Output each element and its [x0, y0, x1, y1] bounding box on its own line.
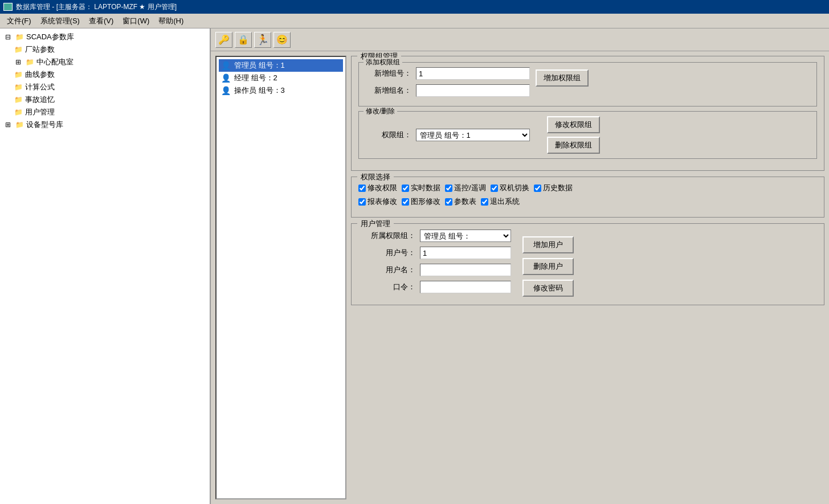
- perm-group-user-row: 所属权限组： 管理员 组号： 经理 组号： 操作员 组号：: [358, 230, 511, 242]
- perm-exit: 退出系统: [481, 196, 520, 207]
- perm-dual-checkbox[interactable]: [491, 185, 498, 192]
- main-container: ⊟ 📁 SCADA参数库 📁 厂站参数 ⊞ 📁 中心配电室 📁 曲线参数 📁 计…: [0, 28, 829, 504]
- perm-param-checkbox[interactable]: [445, 198, 452, 206]
- menu-window[interactable]: 窗口(W): [118, 15, 154, 27]
- perm-realtime-checkbox[interactable]: [402, 185, 409, 192]
- password-label: 口令：: [358, 282, 415, 292]
- user-icon-admin: 👤: [221, 61, 231, 70]
- edit-perm-group-button[interactable]: 修改权限组: [547, 116, 600, 133]
- tree-item-curve[interactable]: 📁 曲线参数: [2, 68, 207, 81]
- person-button[interactable]: 🏃: [254, 32, 271, 48]
- folder-icon-station: 📁: [14, 45, 23, 54]
- folder-icon-accident: 📁: [14, 95, 23, 104]
- delete-user-button[interactable]: 删除用户: [522, 258, 574, 275]
- perm-graph: 图形修改: [402, 196, 440, 207]
- form-panel: 权限组管理 添加权限组 新增组号： 新增组名：: [351, 56, 824, 499]
- tree-item-accident[interactable]: 📁 事故追忆: [2, 93, 207, 106]
- perm-group-select-row: 权限组： 管理员 组号：1 经理 组号：2 操作员 组号：3: [366, 129, 530, 141]
- user-list-item-manager[interactable]: 👤 经理 组号：2: [219, 72, 343, 84]
- expand-icon-equipment: ⊞: [3, 120, 13, 129]
- user-label-operator: 操作员 组号：3: [234, 85, 285, 96]
- delete-perm-group-button[interactable]: 删除权限组: [547, 137, 600, 154]
- expand-icon-switch: ⊞: [14, 58, 23, 67]
- user-id-label: 用户号：: [358, 248, 415, 258]
- perm-row-2: 报表修改 图形修改 参数表 退出系统: [358, 196, 817, 207]
- user-id-input[interactable]: [420, 247, 511, 259]
- perm-history-checkbox[interactable]: [534, 185, 541, 192]
- tree-label-station: 厂站参数: [25, 44, 55, 55]
- smiley-button[interactable]: 😊: [273, 32, 291, 48]
- perm-remote-checkbox[interactable]: [445, 185, 452, 192]
- toolbar: 🔑 🔒 🏃 😊: [211, 28, 829, 51]
- user-list-panel: 👤 管理员 组号：1 👤 经理 组号：2 👤 操作员 组号：3: [215, 56, 346, 499]
- perm-param: 参数表: [445, 196, 476, 207]
- password-input[interactable]: [420, 281, 511, 293]
- menu-help[interactable]: 帮助(H): [154, 15, 188, 27]
- perm-choice-box: 权限选择 修改权限 实时数据 遥控/遥调: [351, 177, 824, 218]
- tree-item-equipment[interactable]: ⊞ 📁 设备型号库: [2, 118, 207, 131]
- tree-label-formula: 计算公式: [25, 82, 55, 92]
- tree-item-usermgmt[interactable]: 📁 用户管理: [2, 106, 207, 118]
- add-perm-group-button[interactable]: 增加权限组: [536, 69, 589, 87]
- perm-group-user-select[interactable]: 管理员 组号： 经理 组号： 操作员 组号：: [420, 230, 511, 242]
- perm-modify-label: 修改权限: [367, 183, 397, 193]
- user-id-row: 用户号：: [358, 247, 511, 259]
- perm-report-checkbox[interactable]: [358, 198, 366, 206]
- perm-graph-label: 图形修改: [411, 196, 440, 207]
- perm-report-label: 报表修改: [367, 196, 397, 207]
- perm-dual: 双机切换: [491, 183, 529, 193]
- new-name-row: 新增组名：: [366, 84, 530, 97]
- perm-exit-checkbox[interactable]: [481, 198, 488, 206]
- new-id-label: 新增组号：: [366, 68, 411, 79]
- new-id-row: 新增组号：: [366, 67, 530, 80]
- tree-label-accident: 事故追忆: [25, 95, 55, 105]
- user-list-item-admin[interactable]: 👤 管理员 组号：1: [219, 59, 343, 72]
- perm-row-1: 修改权限 实时数据 遥控/遥调 双机切换: [358, 183, 817, 193]
- tree-item-formula[interactable]: 📁 计算公式: [2, 81, 207, 93]
- perm-param-label: 参数表: [454, 196, 476, 207]
- perm-choice-title: 权限选择: [357, 172, 394, 182]
- tree-label-scada: SCADA参数库: [26, 32, 74, 42]
- perm-remote: 遥控/遥调: [445, 183, 486, 193]
- content-area: 👤 管理员 组号：1 👤 经理 组号：2 👤 操作员 组号：3 权限组管理: [211, 51, 829, 504]
- add-perm-group-title: 添加权限组: [364, 58, 402, 67]
- perm-group-select[interactable]: 管理员 组号：1 经理 组号：2 操作员 组号：3: [416, 129, 530, 141]
- key-button[interactable]: 🔑: [215, 32, 232, 48]
- user-list-item-operator[interactable]: 👤 操作员 组号：3: [219, 84, 343, 97]
- perm-group-mgmt-box: 权限组管理 添加权限组 新增组号： 新增组名：: [351, 56, 824, 171]
- user-label-admin: 管理员 组号：1: [234, 60, 285, 71]
- password-row: 口令：: [358, 281, 511, 293]
- perm-modify-checkbox[interactable]: [358, 185, 366, 192]
- user-icon-operator: 👤: [221, 86, 231, 95]
- left-panel-tree: ⊟ 📁 SCADA参数库 📁 厂站参数 ⊞ 📁 中心配电室 📁 曲线参数 📁 计…: [0, 28, 211, 504]
- user-mgmt-title: 用户管理: [357, 219, 394, 229]
- menu-file[interactable]: 文件(F): [2, 15, 36, 27]
- add-user-button[interactable]: 增加用户: [522, 236, 574, 253]
- right-panel: 🔑 🔒 🏃 😊 👤 管理员 组号：1 👤 经理 组号：2 👤 操作员 组号：: [211, 28, 829, 504]
- tree-item-switch[interactable]: ⊞ 📁 中心配电室: [2, 56, 207, 68]
- tree-label-switch: 中心配电室: [36, 57, 73, 67]
- perm-report: 报表修改: [358, 196, 397, 207]
- folder-icon: 📁: [15, 32, 24, 42]
- perm-remote-label: 遥控/遥调: [454, 183, 486, 193]
- user-name-input[interactable]: [420, 264, 511, 276]
- lock-button[interactable]: 🔒: [235, 32, 252, 48]
- folder-icon-switch: 📁: [25, 58, 34, 67]
- new-name-input[interactable]: [416, 84, 530, 97]
- perm-graph-checkbox[interactable]: [402, 198, 409, 206]
- user-name-row: 用户名：: [358, 264, 511, 276]
- tree-item-scada[interactable]: ⊟ 📁 SCADA参数库: [2, 31, 207, 43]
- folder-icon-usermgmt: 📁: [14, 108, 23, 117]
- menu-sysadmin[interactable]: 系统管理(S): [36, 15, 84, 27]
- menu-view[interactable]: 查看(V): [84, 15, 118, 27]
- perm-realtime-label: 实时数据: [411, 183, 440, 193]
- change-password-button[interactable]: 修改密码: [522, 280, 574, 297]
- perm-realtime: 实时数据: [402, 183, 440, 193]
- edit-delete-box: 修改/删除 权限组： 管理员 组号：1 经理 组号：2 操作员 组号：3: [358, 111, 817, 159]
- new-id-input[interactable]: [416, 67, 530, 80]
- user-label-manager: 经理 组号：2: [234, 73, 277, 83]
- perm-dual-label: 双机切换: [500, 183, 529, 193]
- tree-item-station[interactable]: 📁 厂站参数: [2, 43, 207, 56]
- app-icon: [3, 3, 13, 11]
- perm-group-user-label: 所属权限组：: [358, 231, 415, 241]
